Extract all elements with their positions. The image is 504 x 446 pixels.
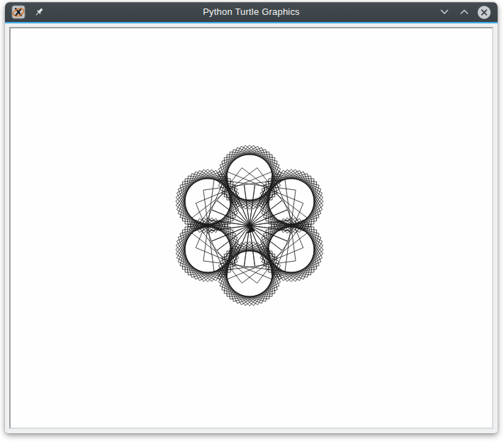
desktop-stage: Python Turtle Graphics	[0, 0, 504, 446]
window-title: Python Turtle Graphics	[5, 2, 498, 22]
maximize-button[interactable]	[457, 5, 471, 19]
titlebar-controls	[437, 2, 491, 22]
close-button[interactable]	[477, 5, 491, 19]
turtle-window: Python Turtle Graphics	[5, 2, 498, 433]
titlebar[interactable]: Python Turtle Graphics	[5, 2, 498, 22]
turtle-canvas[interactable]	[9, 27, 493, 429]
chevron-down-icon	[442, 11, 448, 14]
window-content	[5, 23, 498, 433]
minimize-button[interactable]	[437, 5, 452, 19]
chevron-up-icon	[461, 11, 468, 14]
turtle-drawing	[11, 28, 492, 428]
